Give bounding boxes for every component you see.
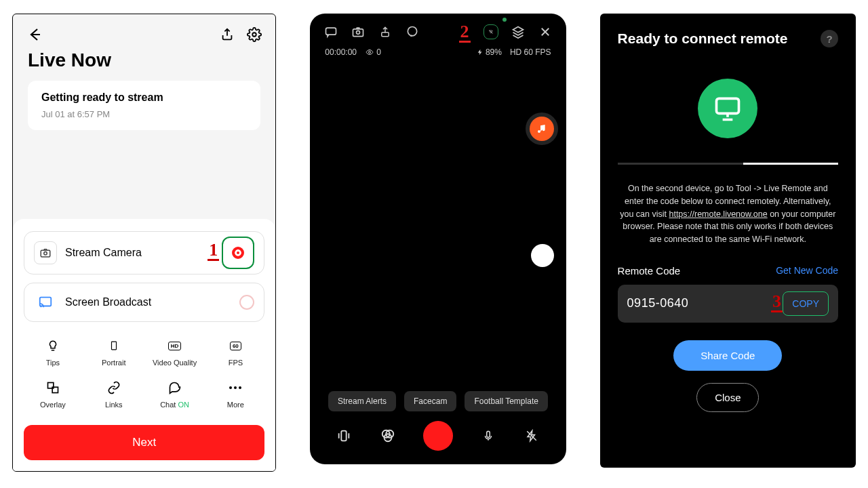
- screen-live-now: Live Now Getting ready to stream Jul 01 …: [12, 14, 276, 472]
- remote-code-value: 0915-0640: [627, 296, 689, 310]
- option-more[interactable]: More: [206, 376, 264, 413]
- svg-rect-11: [353, 29, 363, 37]
- monitor-icon: [698, 79, 757, 138]
- svg-rect-10: [326, 28, 336, 35]
- more-icon: [228, 380, 243, 395]
- screen-broadcast-row[interactable]: Screen Broadcast: [24, 283, 264, 322]
- instructions-text: On the second device, go to Tool -> Live…: [618, 182, 838, 246]
- option-links-label: Links: [105, 401, 123, 409]
- brightness-button[interactable]: [531, 244, 554, 267]
- screen-camera-stream: 2 00:00:00 0 89% HD 60 FPS Stream Alerts…: [310, 14, 566, 464]
- svg-point-12: [357, 30, 360, 34]
- option-portrait[interactable]: Portrait: [85, 334, 143, 371]
- svg-rect-4: [111, 342, 116, 350]
- back-icon[interactable]: [26, 26, 43, 43]
- header: Ready to connect remote ?: [618, 30, 838, 47]
- svg-rect-3: [40, 298, 52, 306]
- camera-icon[interactable]: [351, 24, 366, 39]
- stream-camera-row[interactable]: Stream Camera 1: [24, 231, 264, 274]
- chat-bubble-icon[interactable]: [323, 24, 338, 39]
- option-more-label: More: [227, 401, 244, 409]
- option-overlay[interactable]: Overlay: [24, 376, 82, 413]
- svg-point-2: [44, 252, 47, 256]
- status-bar: 00:00:00 0 89% HD 60 FPS: [310, 43, 566, 57]
- bulb-icon: [45, 338, 60, 353]
- pill-facecam[interactable]: Facecam: [404, 391, 456, 411]
- annotation-3: 3: [771, 293, 783, 312]
- chat-icon: [167, 380, 182, 395]
- bottom-panel: Stream Camera 1 Screen Broadcast Tips Po…: [13, 219, 275, 471]
- close-button[interactable]: Close: [696, 383, 759, 412]
- get-new-code-link[interactable]: Get New Code: [776, 265, 838, 276]
- flash-off-icon[interactable]: [524, 428, 540, 444]
- wifi-off-icon[interactable]: [484, 24, 498, 39]
- svg-rect-21: [717, 98, 739, 113]
- svg-point-8: [234, 386, 237, 389]
- option-chat-label: Chat ON: [160, 401, 189, 409]
- option-overlay-label: Overlay: [40, 401, 66, 409]
- stream-status-card: Getting ready to stream Jul 01 at 6:57 P…: [28, 81, 260, 130]
- option-fps[interactable]: 60 FPS: [206, 334, 264, 371]
- comment-icon[interactable]: [405, 24, 420, 39]
- next-button[interactable]: Next: [24, 425, 264, 460]
- annotation-1: 1: [208, 241, 219, 261]
- portrait-icon: [106, 338, 121, 353]
- option-tips-label: Tips: [46, 359, 60, 367]
- layers-icon[interactable]: [511, 24, 526, 39]
- close-icon[interactable]: [538, 24, 553, 39]
- page-title: Live Now: [13, 49, 275, 81]
- remote-code-label: Remote Code: [618, 265, 681, 277]
- battery-level: 89%: [477, 47, 502, 57]
- screen-remote-connect: Ready to connect remote ? On the second …: [600, 14, 856, 468]
- pill-football-template[interactable]: Football Template: [465, 391, 548, 411]
- option-fps-label: FPS: [229, 359, 243, 367]
- option-portrait-label: Portrait: [102, 359, 125, 367]
- stream-camera-label: Stream Camera: [65, 247, 222, 259]
- record-button[interactable]: [222, 237, 254, 269]
- help-icon[interactable]: ?: [821, 30, 838, 47]
- svg-point-14: [408, 27, 417, 36]
- link-icon: [106, 380, 121, 395]
- share-code-button[interactable]: Share Code: [673, 340, 782, 371]
- page-title: Ready to connect remote: [618, 30, 788, 47]
- cast-icon: [34, 291, 57, 314]
- svg-rect-20: [487, 431, 490, 437]
- record-button[interactable]: [423, 421, 453, 451]
- music-button[interactable]: [530, 117, 554, 141]
- share-icon[interactable]: [220, 27, 235, 42]
- annotation-2: 2: [459, 23, 471, 43]
- elapsed-time: 00:00:00: [325, 47, 357, 57]
- svg-point-7: [229, 386, 232, 389]
- svg-point-15: [369, 52, 371, 54]
- vibrate-icon[interactable]: [336, 428, 352, 444]
- stream-status-heading: Getting ready to stream: [41, 92, 247, 104]
- pill-stream-alerts[interactable]: Stream Alerts: [328, 391, 396, 411]
- record-empty-icon[interactable]: [239, 295, 254, 310]
- hd-icon: HD: [167, 338, 182, 353]
- svg-point-0: [253, 33, 257, 37]
- bottom-toolbar: [310, 411, 566, 464]
- settings-icon[interactable]: [247, 27, 262, 42]
- option-chat[interactable]: Chat ON: [146, 376, 204, 413]
- svg-rect-1: [41, 250, 50, 257]
- share-icon[interactable]: [378, 24, 393, 39]
- quality-label: HD 60 FPS: [510, 47, 551, 57]
- overlay-icon: [45, 380, 60, 395]
- option-video-quality[interactable]: HD Video Quality: [146, 334, 204, 371]
- remote-code-header: Remote Code Get New Code: [618, 265, 838, 277]
- option-links[interactable]: Links: [85, 376, 143, 413]
- mic-icon[interactable]: [480, 428, 496, 444]
- code-box: 0915-0640 3 COPY: [618, 285, 838, 323]
- header-bar: [13, 14, 275, 49]
- active-indicator-icon: [502, 18, 507, 22]
- svg-point-9: [239, 386, 241, 389]
- viewers-count: 0: [365, 47, 381, 57]
- option-tips[interactable]: Tips: [24, 334, 82, 371]
- filter-icon[interactable]: [380, 428, 396, 444]
- template-pills: Stream Alerts Facecam Football Template: [310, 391, 566, 411]
- copy-button[interactable]: COPY: [783, 291, 829, 316]
- screen-broadcast-label: Screen Broadcast: [65, 296, 239, 308]
- camera-icon: [34, 241, 57, 264]
- progress-bar: [618, 163, 838, 165]
- options-grid: Tips Portrait HD Video Quality 60 FPS Ov…: [24, 334, 264, 413]
